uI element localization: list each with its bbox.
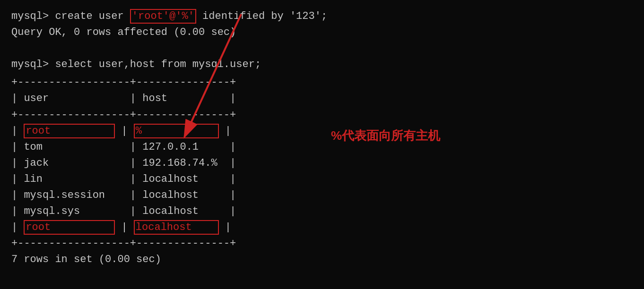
row7-user: root [24, 220, 115, 235]
table-header: | user | host | [11, 91, 633, 107]
blank-line [11, 41, 633, 57]
table-row: | jack | 192.168.74.% | [11, 155, 633, 171]
row1-host: % [134, 124, 219, 138]
cmd1-post: identified by '123'; [196, 10, 327, 22]
table-row: | tom | 127.0.0.1 | [11, 139, 633, 155]
table-separator-top: +------------------+---------------+ [11, 75, 633, 91]
table-row: | mysql.sys | localhost | [11, 204, 633, 220]
table-row: | lin | localhost | [11, 171, 633, 187]
table: +------------------+---------------+ | u… [11, 75, 633, 252]
row1-user: root [24, 124, 115, 138]
row7-host: localhost [134, 220, 219, 235]
annotation-text: %代表面向所有主机 [331, 128, 440, 144]
command-line-2: mysql> select user,host from mysql.user; [11, 57, 633, 73]
cmd1-highlight: 'root'@'%' [130, 9, 196, 24]
terminal: mysql> create user 'root'@'%' identified… [0, 0, 644, 277]
cmd1-pre: mysql> create user [11, 10, 130, 22]
table-row: | mysql.session | localhost | [11, 187, 633, 204]
result-footer: 7 rows in set (0.00 sec) [11, 252, 633, 268]
table-separator-header: +------------------+---------------+ [11, 107, 633, 123]
command-line-1: mysql> create user 'root'@'%' identified… [11, 8, 633, 25]
table-separator-bottom: +------------------+---------------+ [11, 236, 633, 252]
table-row: | root | localhost | [11, 220, 633, 236]
output-line-1: Query OK, 0 rows affected (0.00 sec) [11, 25, 633, 41]
table-row: | root | % | [11, 123, 633, 139]
